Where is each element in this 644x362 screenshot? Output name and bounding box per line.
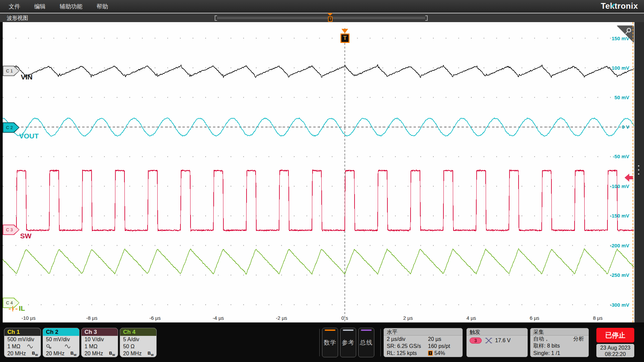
ac-sine-icon (27, 345, 33, 348)
scale-label: -150 mV (599, 213, 629, 219)
ac-sine-icon (65, 345, 70, 348)
horizontal-span: 20 µs (428, 336, 441, 342)
acquisition-sampling: 取样: 8 bits (533, 343, 560, 350)
oscilloscope-screen: 文件 编辑 辅助功能 帮助 Tektronix 波形视图 T VIN VOUT … (0, 0, 644, 362)
time-tick-label: -2 µs (268, 315, 295, 321)
pan-trigger-arrow-icon (327, 13, 333, 16)
channel-coupling: 1 MΩ (82, 343, 118, 350)
ch3-position-marker[interactable]: C 3 (3, 225, 19, 235)
time-tick-label: 4 µs (458, 315, 485, 321)
channel-badge-title: Ch 4 (120, 328, 156, 336)
probe-icon (46, 344, 51, 349)
channel-badge-2[interactable]: Ch 250 mV/div20 MHzBW (43, 328, 79, 357)
menu-file[interactable]: 文件 (9, 3, 20, 10)
channel-badge-title: Ch 3 (82, 328, 118, 336)
channel-scale: 50 mV/div (43, 336, 79, 343)
trigger-position-flag[interactable]: T (340, 34, 350, 43)
trigger-position-pct: 54% (434, 350, 445, 356)
scale-label: 50 mV (599, 95, 629, 100)
trigger-level: 17.6 V (495, 338, 511, 344)
pan-bracket-left (215, 15, 217, 21)
trigger-position-arrow-icon (341, 29, 348, 33)
channel-scale: 10 V/div (82, 336, 118, 343)
magnifier-icon (625, 27, 632, 35)
acquisition-panel[interactable]: 采集 自动，分析 取样: 8 bits Single: 1 /1 (530, 328, 589, 357)
scale-label: 150 mV (599, 36, 629, 41)
menu-help[interactable]: 帮助 (97, 3, 108, 10)
acquisition-panel-title: 采集 (530, 328, 589, 336)
pan-trigger-pin-icon[interactable]: T (328, 16, 332, 22)
channel-bandwidth: 20 MHzBW (4, 350, 41, 357)
sample-rate: SR: 6.25 GS/s (387, 343, 421, 349)
channel-coupling (43, 343, 79, 350)
time-tick-label: 6 µs (521, 315, 548, 321)
horizontal-pan-bar[interactable]: T (215, 15, 428, 21)
pan-track (217, 17, 425, 19)
menu-bar: 文件 编辑 辅助功能 帮助 Tektronix (0, 0, 644, 13)
time-tick-label: -6 µs (142, 315, 168, 321)
scale-label: -50 mV (599, 154, 629, 159)
pan-bracket-right (425, 15, 428, 21)
ch2-trace-label: VOUT (19, 132, 39, 140)
ch2-position-marker[interactable]: C 2 (3, 122, 19, 133)
datetime-display: 23 Aug 2023 08:22:20 (596, 344, 634, 357)
channel-scale: 5 A/div (120, 336, 156, 343)
channel-badge-title: Ch 2 (43, 328, 79, 336)
trigger-panel[interactable]: 触发 3 17.6 V (466, 328, 528, 357)
function-button-reference[interactable]: 参考 (340, 328, 356, 357)
horizontal-panel-title: 水平 (384, 328, 463, 336)
tektronix-logo: Tektronix (601, 1, 638, 11)
time-tick-label: 0 s (331, 315, 358, 321)
waveform-traces (3, 22, 634, 322)
ch1-trace-label: VIN (21, 73, 33, 81)
scale-label: -200 mV (599, 243, 629, 248)
menu-edit[interactable]: 编辑 (34, 3, 46, 10)
menu-utility[interactable]: 辅助功能 (60, 3, 83, 10)
separator (380, 329, 381, 356)
acquisition-analysis: 分析 (573, 336, 584, 343)
acquisition-single-count: Single: 1 /1 (533, 350, 560, 356)
channel-bandwidth: 20 MHzBW (120, 350, 156, 357)
ch1-position-marker[interactable]: C 1 (3, 66, 19, 76)
channel-bandwidth: 20 MHzBW (43, 350, 79, 357)
time-tick-label: -8 µs (78, 315, 105, 321)
channel-badge-4[interactable]: Ch 45 A/div50 Ω20 MHzBW (120, 328, 157, 357)
time-label: 08:22:20 (596, 351, 634, 357)
record-length: RL: 125 kpts (387, 350, 417, 356)
channel-badge-title: Ch 1 (4, 328, 41, 336)
acquisition-mode: 自动， (533, 336, 549, 343)
scale-label: 0 V (599, 124, 629, 130)
channel-badge-3[interactable]: Ch 310 V/div1 MΩ20 MHzBW (81, 328, 118, 357)
logo-k-slash (611, 3, 615, 7)
view-title-tab[interactable]: 波形视图 (7, 15, 28, 22)
scale-label: -250 mV (599, 272, 629, 278)
scale-label: 100 mV (599, 65, 629, 71)
rail-drag-handle[interactable] (637, 164, 640, 176)
function-button-bus[interactable]: 总线 (358, 328, 374, 357)
zoom-region-edge-line (633, 22, 633, 322)
waveform-graticule: VIN VOUT SW IL C 1 C 2 C 3 C 4 150 mV100… (3, 22, 634, 322)
ch4-ground-marker-icon (9, 305, 17, 309)
function-button-math[interactable]: 数学 (322, 328, 338, 357)
sample-interval: 160 ps/pt (428, 343, 450, 349)
channel-scale: 500 mV/div (4, 336, 41, 343)
channel-bandwidth: 20 MHzBW (82, 350, 118, 357)
ch4-trace-label: IL (19, 304, 25, 312)
waveform-view-titlebar: 波形视图 T (0, 13, 644, 22)
horizontal-panel[interactable]: 水平 2 µs/div20 µs SR: 6.25 GS/s160 ps/pt … (383, 328, 463, 357)
time-tick-label: 8 µs (584, 315, 611, 321)
run-stop-button[interactable]: 已停止 (596, 328, 634, 343)
channel-coupling: 50 Ω (120, 343, 156, 350)
time-tick-label: 2 µs (394, 315, 421, 321)
ch3-trace-label: SW (20, 232, 32, 240)
date-label: 23 Aug 2023 (596, 345, 634, 351)
right-scroll-rail (634, 22, 644, 322)
scale-label: -100 mV (599, 183, 629, 189)
channel-badge-1[interactable]: Ch 1500 mV/div1 MΩ20 MHzBW (4, 328, 41, 357)
channel-coupling: 1 MΩ (4, 343, 41, 350)
trigger-pin-icon: T (428, 351, 433, 356)
scale-label: -300 mV (599, 302, 629, 308)
separator (319, 329, 320, 356)
horizontal-scale: 2 µs/div (387, 336, 405, 342)
ch3-level-arrow-icon (625, 174, 633, 182)
